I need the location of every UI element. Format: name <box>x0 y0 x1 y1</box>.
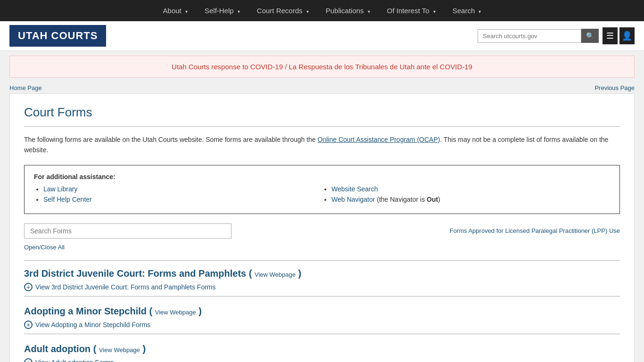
assistance-box: For additional assistance: Law Library S… <box>24 165 620 214</box>
assistance-links: Law Library Self Help Center Website Sea… <box>34 185 610 206</box>
header-right: 🔍 ☰ 👤 <box>478 27 635 44</box>
publications-arrow-icon: ▾ <box>368 9 370 14</box>
nav-court-records[interactable]: Court Records ▾ <box>248 0 317 21</box>
form-category-1: 3rd District Juvenile Court: Forms and P… <box>24 268 620 296</box>
main-content: Court Forms The following forms are avai… <box>9 93 635 362</box>
ocap-link[interactable]: Online Court Assistance Program (OCAP) <box>318 136 440 143</box>
top-nav: About ▾ Self-Help ▾ Court Records ▾ Publ… <box>0 0 644 21</box>
site-header: UTAH COURTS 🔍 ☰ 👤 <box>0 21 644 51</box>
nav-publications[interactable]: Publications ▾ <box>317 0 379 21</box>
view-forms-link-2[interactable]: + View Adopting a Minor Stepchild Forms <box>24 321 620 329</box>
form-category-title-1: 3rd District Juvenile Court: Forms and P… <box>24 268 620 279</box>
section-divider-1 <box>24 260 620 261</box>
section-divider-2 <box>24 296 620 296</box>
form-category-title-2: Adopting a Minor Stepchild ( View Webpag… <box>24 306 620 317</box>
plus-circle-icon-2: + <box>24 321 33 329</box>
header-icons: ☰ 👤 <box>603 27 635 44</box>
self-help-arrow-icon: ▾ <box>238 9 240 14</box>
search-forms-input[interactable] <box>24 223 231 239</box>
breadcrumb: Home Page Previous Page <box>0 82 644 93</box>
site-logo: UTAH COURTS <box>9 25 106 47</box>
court-records-arrow-icon: ▾ <box>306 9 309 14</box>
section-divider-3 <box>24 334 620 334</box>
forms-controls: Forms Approved for Licensed Paralegal Pr… <box>24 223 620 239</box>
nav-about[interactable]: About ▾ <box>155 0 196 21</box>
view-forms-link-1[interactable]: + View 3rd District Juvenile Court: Form… <box>24 283 620 291</box>
website-search-link[interactable]: Website Search <box>331 185 378 193</box>
law-library-link[interactable]: Law Library <box>43 185 77 193</box>
menu-icon: ☰ <box>606 31 614 41</box>
intro-text: The following forms are available on the… <box>24 134 620 156</box>
page-title: Court Forms <box>24 105 620 120</box>
nav-search[interactable]: Search ▾ <box>444 0 490 21</box>
header-search-input[interactable] <box>478 29 581 43</box>
view-webpage-link-3[interactable]: View Webpage <box>99 346 140 354</box>
search-icon: 🔍 <box>586 32 594 40</box>
view-webpage-link-2[interactable]: View Webpage <box>155 309 196 316</box>
self-help-center-link[interactable]: Self Help Center <box>43 196 92 203</box>
plus-circle-icon-3: + <box>24 358 33 362</box>
header-search: 🔍 <box>478 29 599 43</box>
form-category-2: Adopting a Minor Stepchild ( View Webpag… <box>24 306 620 334</box>
header-icon-btn-2[interactable]: 👤 <box>619 27 635 44</box>
plus-circle-icon-1: + <box>24 283 33 291</box>
view-forms-link-3[interactable]: + View Adult adoption Forms <box>24 358 620 362</box>
assistance-links-left: Law Library Self Help Center <box>34 185 322 206</box>
header-search-button[interactable]: 🔍 <box>581 29 599 43</box>
home-page-link[interactable]: Home Page <box>9 84 42 91</box>
covid-banner-link[interactable]: Utah Courts response to COVID-19 / La Re… <box>172 63 472 71</box>
nav-of-interest-to[interactable]: Of Interest To ▾ <box>379 0 444 21</box>
web-navigator-link[interactable]: Web Navigator <box>331 196 375 203</box>
user-icon: 👤 <box>622 31 632 41</box>
open-close-all-link[interactable]: Open/Close All <box>24 244 65 251</box>
header-icon-btn-1[interactable]: ☰ <box>603 27 618 44</box>
of-interest-to-arrow-icon: ▾ <box>433 9 436 14</box>
title-divider <box>24 126 620 127</box>
about-arrow-icon: ▾ <box>185 9 188 14</box>
lpp-link[interactable]: Forms Approved for Licensed Paralegal Pr… <box>450 227 620 234</box>
form-category-title-3: Adult adoption ( View Webpage ) <box>24 344 620 354</box>
search-arrow-icon: ▾ <box>479 9 481 14</box>
assistance-title: For additional assistance: <box>34 173 610 181</box>
navigator-note: (the Navigator is Out) <box>377 196 440 203</box>
assistance-links-right: Website Search Web Navigator (the Naviga… <box>322 185 610 206</box>
covid-banner: Utah Courts response to COVID-19 / La Re… <box>9 56 635 78</box>
view-webpage-link-1[interactable]: View Webpage <box>255 271 296 278</box>
previous-page-link[interactable]: Previous Page <box>594 84 635 91</box>
nav-self-help[interactable]: Self-Help ▾ <box>196 0 248 21</box>
form-category-3: Adult adoption ( View Webpage ) + View A… <box>24 344 620 362</box>
